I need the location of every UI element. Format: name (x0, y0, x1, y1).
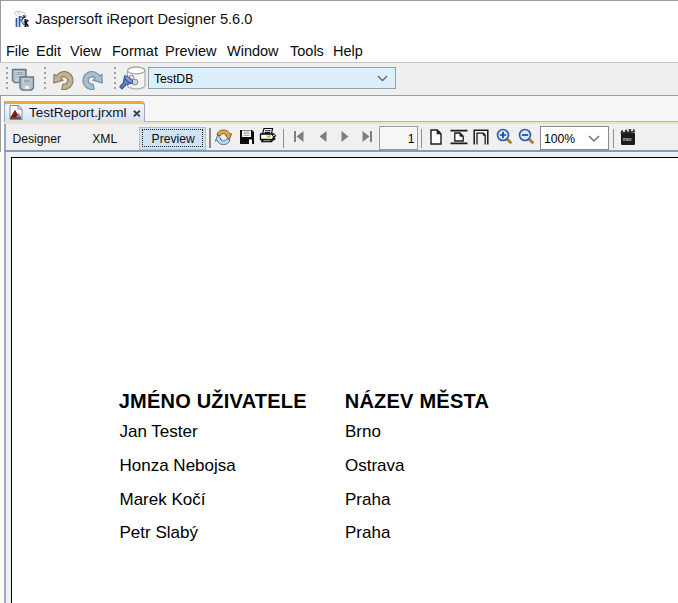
svg-text:mov: mov (623, 137, 632, 142)
